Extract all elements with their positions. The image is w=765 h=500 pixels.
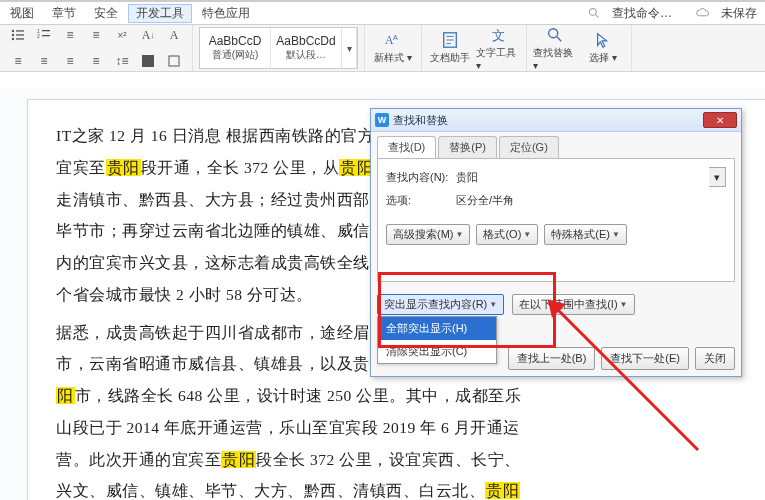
dialog-footer: 突出显示查找内容(R)▼ 全部突出显示(H) 清除突出显示(C) 在以下范围中查… <box>371 288 741 321</box>
borders-icon[interactable] <box>162 49 186 73</box>
style-item-default[interactable]: AaBbCcDd 默认段… <box>271 28 342 68</box>
doc-assist-icon <box>441 31 459 49</box>
tab-goto[interactable]: 定位(G) <box>499 136 559 158</box>
numbering-icon[interactable]: 12 <box>32 23 56 47</box>
menu-clear-highlight[interactable]: 清除突出显示(C) <box>378 340 496 363</box>
chevron-down-icon: ▼ <box>523 230 531 239</box>
dialog-close-button[interactable]: ✕ <box>703 112 737 128</box>
new-style-button[interactable]: AA 新样式 ▾ <box>371 31 415 65</box>
svg-text:A: A <box>393 33 398 42</box>
svg-rect-12 <box>142 55 154 67</box>
dialog-tabs: 查找(D) 替换(P) 定位(G) <box>371 132 741 158</box>
find-replace-dialog: W 查找和替换 ✕ 查找(D) 替换(P) 定位(G) 查找内容(N): 贵阳 … <box>370 108 742 377</box>
dialog-body: 查找内容(N): 贵阳 ▾ 选项: 区分全/半角 高级搜索(M)▼ 格式(O)▼… <box>377 158 735 282</box>
line-spacing-icon[interactable]: ↕≡ <box>110 49 134 73</box>
special-format-button[interactable]: 特殊格式(E)▼ <box>544 224 627 245</box>
highlight: 阳 <box>56 387 75 404</box>
find-in-range-button[interactable]: 在以下范围中查找(I)▼ <box>512 294 634 315</box>
dialog-titlebar[interactable]: W 查找和替换 ✕ <box>371 109 741 132</box>
svg-rect-7 <box>16 38 24 39</box>
chevron-down-icon: ▼ <box>456 230 464 239</box>
advanced-search-button[interactable]: 高级搜索(M)▼ <box>386 224 470 245</box>
close-button[interactable]: 关闭 <box>695 347 735 370</box>
align-right-icon[interactable]: ≡ <box>58 49 82 73</box>
align-center-icon[interactable]: ≡ <box>32 49 56 73</box>
select-button[interactable]: 选择 ▾ <box>581 31 625 65</box>
menu-section[interactable]: 章节 <box>44 5 84 22</box>
svg-rect-13 <box>169 56 179 66</box>
select-icon <box>594 31 612 49</box>
indent-decrease-icon[interactable]: ≡ <box>58 23 82 47</box>
indent-increase-icon[interactable]: ≡ <box>84 23 108 47</box>
find-replace-icon <box>546 26 564 44</box>
cloud-icon <box>696 8 710 18</box>
align-left-icon[interactable]: ≡ <box>6 49 30 73</box>
menu-security[interactable]: 安全 <box>86 5 126 22</box>
svg-rect-9 <box>42 30 50 31</box>
svg-line-1 <box>596 15 599 18</box>
highlight-find-button[interactable]: 突出显示查找内容(R)▼ <box>377 294 504 315</box>
highlight: 贵阳 <box>339 159 374 176</box>
command-search[interactable]: 查找命令… <box>588 5 686 22</box>
svg-rect-11 <box>42 35 50 36</box>
highlight: 贵阳 <box>485 482 520 499</box>
find-prev-button[interactable]: 查找上一处(B) <box>508 347 596 370</box>
menu-highlight-all[interactable]: 全部突出显示(H) <box>378 317 496 340</box>
svg-point-21 <box>549 28 558 37</box>
menu-view[interactable]: 视图 <box>2 5 42 22</box>
chevron-down-icon: ▼ <box>620 300 628 309</box>
tab-replace[interactable]: 替换(P) <box>438 136 497 158</box>
menu-special[interactable]: 特色应用 <box>194 5 258 22</box>
style-gallery-expand-icon[interactable]: ▾ <box>342 28 357 68</box>
highlight: 贵阳 <box>221 451 256 468</box>
svg-point-0 <box>590 9 597 16</box>
highlight: 贵阳 <box>106 159 141 176</box>
format-button[interactable]: 格式(O)▼ <box>476 224 538 245</box>
chevron-down-icon: ▼ <box>489 300 497 309</box>
style-gallery[interactable]: AaBbCcD 普通(网站) AaBbCcDd 默认段… ▾ <box>199 27 358 69</box>
menu-developer[interactable]: 开发工具 <box>128 4 192 23</box>
doc-assist-button[interactable]: 文档助手 <box>428 31 472 65</box>
find-replace-button[interactable]: 查找替换 ▾ <box>533 26 577 71</box>
find-value: 贵阳 <box>456 170 703 185</box>
ruler <box>0 72 765 89</box>
font-large-icon[interactable]: A↓ <box>136 23 160 47</box>
shading-icon[interactable] <box>136 49 160 73</box>
command-search-placeholder: 查找命令… <box>604 5 680 22</box>
find-label: 查找内容(N): <box>386 170 450 185</box>
svg-point-2 <box>12 30 14 32</box>
save-status: 未保存 <box>696 5 765 22</box>
text-tools-icon: 文 <box>489 26 507 44</box>
find-dropdown-icon[interactable]: ▾ <box>709 167 726 187</box>
ribbon: 12 ≡ ≡ ×² A↓ A ≡ ≡ ≡ ≡ ↕≡ <box>0 25 765 72</box>
svg-line-22 <box>557 36 562 41</box>
highlight-dropdown-menu: 全部突出显示(H) 清除突出显示(C) <box>377 316 497 364</box>
bullets-icon[interactable] <box>6 23 30 47</box>
text-tools-button[interactable]: 文 文字工具 ▾ <box>476 26 520 71</box>
svg-rect-3 <box>16 30 24 31</box>
svg-text:文: 文 <box>492 28 505 42</box>
options-value: 区分全/半角 <box>456 193 726 208</box>
clear-format-icon[interactable]: A <box>162 23 186 47</box>
svg-point-4 <box>12 34 14 36</box>
svg-rect-5 <box>16 34 24 35</box>
search-icon <box>588 7 600 19</box>
new-style-icon: AA <box>384 31 402 49</box>
find-next-button[interactable]: 查找下一处(E) <box>601 347 689 370</box>
style-item-normal[interactable]: AaBbCcD 普通(网站) <box>200 28 271 68</box>
menubar: 视图 章节 安全 开发工具 特色应用 查找命令… 未保存 <box>0 2 765 25</box>
align-justify-icon[interactable]: ≡ <box>84 49 108 73</box>
font-scale-icon[interactable]: ×² <box>110 23 134 47</box>
dialog-title: 查找和替换 <box>393 113 703 128</box>
svg-point-6 <box>12 38 14 40</box>
chevron-down-icon: ▼ <box>612 230 620 239</box>
svg-text:2: 2 <box>37 33 40 39</box>
tab-find[interactable]: 查找(D) <box>377 136 436 158</box>
dialog-app-icon: W <box>375 113 389 127</box>
options-label: 选项: <box>386 193 450 208</box>
